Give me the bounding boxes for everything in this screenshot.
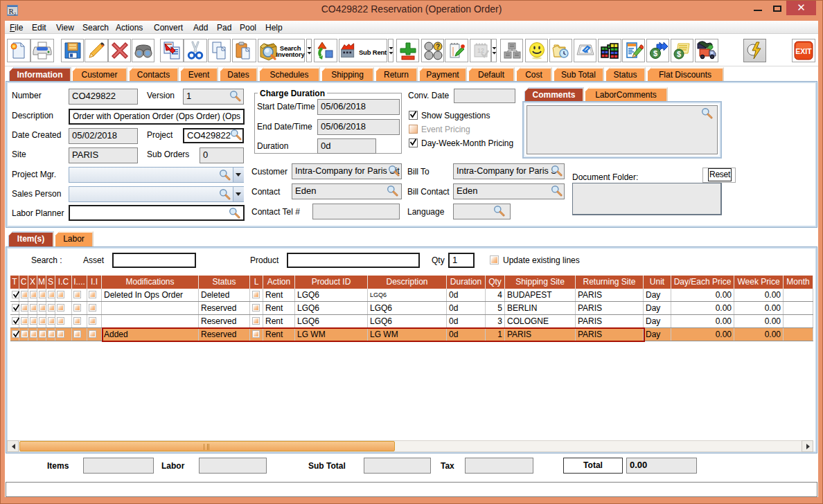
svg-text:$: $ [653, 49, 657, 57]
svg-text:12: 12 [477, 47, 484, 54]
svg-text:$: $ [677, 50, 681, 58]
svg-text:EXIT: EXIT [795, 47, 812, 55]
svg-text:?: ? [436, 43, 440, 51]
